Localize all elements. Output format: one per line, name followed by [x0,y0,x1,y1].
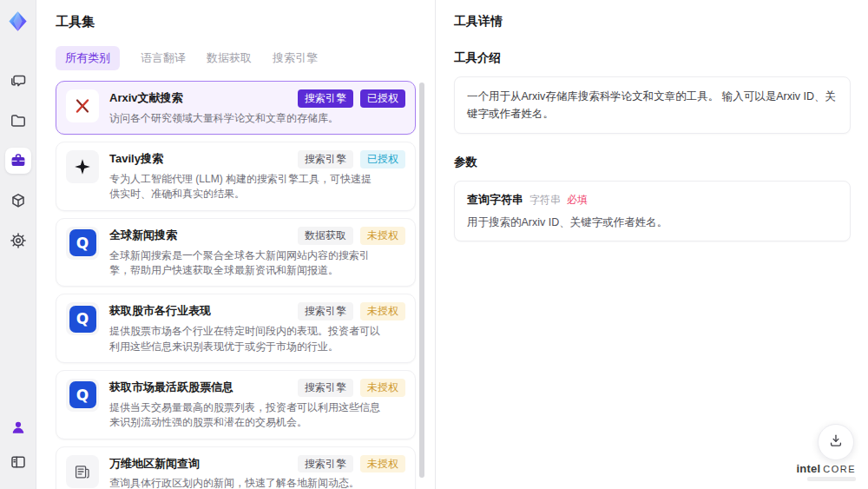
sidebar-item-chat chat-icon[interactable] [5,68,31,94]
tool-description: 查询具体行政区划内的新闻，快速了解各地新闻动态。 [109,476,380,489]
tool-title: Arxiv文献搜索 [109,89,183,106]
tool-title: 获取股市各行业表现 [109,302,211,319]
list-scrollbar[interactable] [419,83,424,478]
auth-status-badge: 未授权 [360,227,405,245]
auth-status-badge: 未授权 [360,455,405,473]
detail-title: 工具详情 [454,14,851,30]
intel-logo-subline [807,477,856,481]
qnews-icon: Q [66,379,99,412]
category-badge: 搜索引擎 [298,150,353,169]
tool-card[interactable]: Q 全球新闻搜索 数据获取 未授权 全球新闻搜索是一个聚合全球各大新闻网站内容的… [56,218,416,287]
tool-card[interactable]: Q 获取股市各行业表现 搜索引擎 未授权 提供股票市场各个行业在特定时间段内的表… [56,294,416,363]
sidebar-item-models cube-icon[interactable] [5,188,31,214]
tool-list-panel: 工具集 所有类别语言翻译数据获取搜索引擎 Arxiv文献搜索 搜索引擎 已授权 … [36,0,436,489]
app-logo gem-logo-icon [6,10,30,33]
tool-card[interactable]: Tavily搜索 搜索引擎 已授权 专为人工智能代理 (LLM) 构建的搜索引擎… [56,142,416,211]
category-badge: 数据获取 [298,227,353,245]
param-name: 查询字符串 [467,192,523,208]
tool-description: 访问各个研究领域大量科学论文和文章的存储库。 [109,111,380,126]
tool-description: 全球新闻搜索是一个聚合全球各大新闻网站内容的搜索引擎，帮助用户快速获取全球最新资… [109,248,380,279]
arxiv-icon [66,89,99,122]
tool-title: 全球新闻搜索 [109,227,177,243]
sidebar-item-panel-toggle panel-icon[interactable] [5,449,31,475]
tool-detail-panel: 工具详情 工具介绍 一个用于从Arxiv存储库搜索科学论文和文章的工具。 输入可… [437,0,868,489]
params-heading: 参数 [454,155,851,170]
intel-core-logo: intel CORE [796,462,856,481]
category-badge: 搜索引擎 [298,455,353,473]
category-tabs: 所有类别语言翻译数据获取搜索引擎 [56,46,416,70]
sidebar-item-files folder-icon[interactable] [5,108,31,134]
newspaper-icon [66,455,99,488]
auth-status-badge: 未授权 [360,379,405,397]
tab-translation[interactable]: 语言翻译 [141,50,186,66]
tool-description: 提供股票市场各个行业在特定时间段内的表现。投资者可以利用这些信息来识别表现优于或… [109,324,380,354]
category-badge: 搜索引擎 [298,302,353,320]
tab-data-fetch[interactable]: 数据获取 [207,50,252,66]
rail-nav [5,68,31,254]
page-title: 工具集 [56,14,416,30]
core-brand-text: CORE [823,464,856,474]
category-badge: 搜索引擎 [298,89,353,108]
auth-status-badge: 已授权 [360,150,405,169]
rail-bottom [5,414,31,475]
tool-title: 万维地区新闻查询 [109,455,200,472]
intro-heading: 工具介绍 [454,50,851,66]
tool-card[interactable]: 万维地区新闻查询 搜索引擎 未授权 查询具体行政区划内的新闻，快速了解各地新闻动… [56,446,416,489]
tool-title: Tavily搜索 [109,150,163,167]
sidebar-item-settings gear-icon[interactable] [5,228,31,254]
qnews-icon: Q [66,302,99,335]
auth-status-badge: 未授权 [360,302,405,320]
tool-title: 获取市场最活跃股票信息 [109,379,233,395]
intro-box: 一个用于从Arxiv存储库搜索科学论文和文章的工具。 输入可以是Arxiv ID… [454,76,851,134]
intro-text: 一个用于从Arxiv存储库搜索科学论文和文章的工具。 输入可以是Arxiv ID… [467,88,838,122]
tool-card[interactable]: Arxiv文献搜索 搜索引擎 已授权 访问各个研究领域大量科学论文和文章的存储库… [56,81,416,135]
auth-status-badge: 已授权 [360,89,405,108]
sidebar-item-user user-icon[interactable] [5,414,31,440]
tool-description: 专为人工智能代理 (LLM) 构建的搜索引擎工具，可快速提供实时、准确和真实的结… [109,172,380,202]
download-icon [828,433,844,452]
tab-search-engine[interactable]: 搜索引擎 [273,50,318,66]
param-box: 查询字符串 字符串 必填 用于搜索的Arxiv ID、关键字或作者姓名。 [454,181,851,241]
tab-all[interactable]: 所有类别 [56,46,120,70]
left-rail [0,0,36,489]
sidebar-item-tools briefcase-icon[interactable] [5,148,31,174]
param-type: 字符串 [529,193,561,208]
tool-description: 提供当天交易量最高的股票列表，投资者可以利用这些信息来识别流动性强的股票和潜在的… [109,400,380,431]
param-required-badge: 必填 [567,193,588,208]
qnews-icon: Q [66,227,99,260]
download-button[interactable] [818,424,854,460]
tool-list: Arxiv文献搜索 搜索引擎 已授权 访问各个研究领域大量科学论文和文章的存储库… [56,81,416,489]
category-badge: 搜索引擎 [298,379,353,397]
param-description: 用于搜索的Arxiv ID、关键字或作者姓名。 [467,215,838,230]
sparkle-icon [66,150,99,183]
tool-card[interactable]: Q 获取市场最活跃股票信息 搜索引擎 未授权 提供当天交易量最高的股票列表，投资… [56,370,416,439]
intel-brand-text: intel [796,462,820,475]
